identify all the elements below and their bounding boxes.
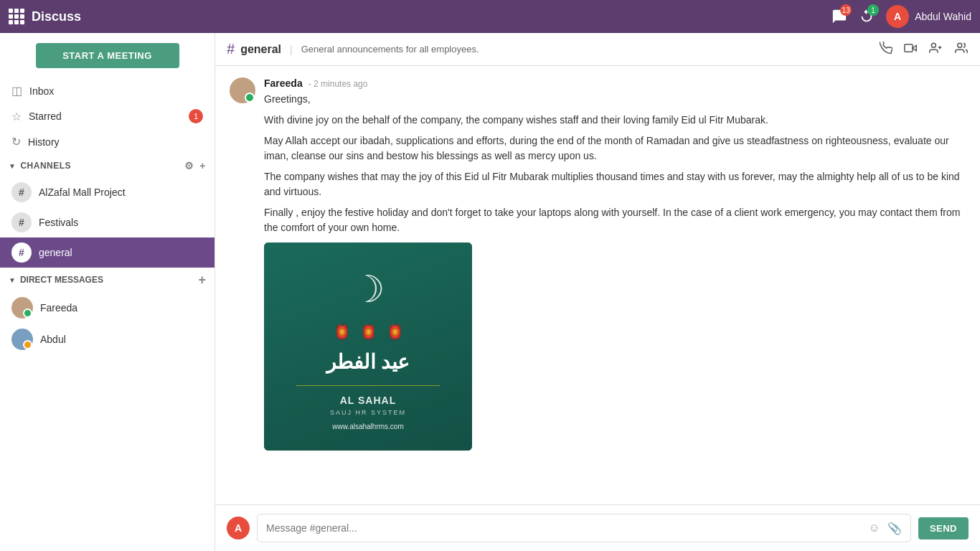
emoji-icon[interactable]: ☺ — [869, 522, 880, 534]
history-icon: ↻ — [11, 135, 21, 149]
direct-messages-section-header: ▼ DIRECT MESSAGES + — [0, 268, 215, 292]
channel-name: Festivals — [39, 217, 78, 228]
svg-rect-1 — [905, 44, 913, 52]
topbar-left: Discuss — [9, 9, 81, 24]
lantern-left-icon: 🏮 — [332, 320, 352, 344]
channel-hash-icon: # — [11, 242, 32, 263]
crescent-symbol: ☽ — [352, 261, 385, 317]
msg-p2: May Allah accept our ibadah, supplicatio… — [264, 133, 966, 164]
star-icon: ☆ — [11, 110, 22, 123]
user-initial: A — [886, 5, 909, 28]
sidebar: START A MEETING ◫ Inbox ☆ Starred 1 ↻ Hi… — [0, 33, 215, 551]
send-button[interactable]: SEND — [918, 517, 969, 540]
chat-header: # general | General announcements for al… — [215, 33, 980, 66]
svg-point-5 — [958, 43, 962, 47]
logo-subtitle: SAUJ HR SYSTEM — [330, 408, 406, 418]
dm-add-icon[interactable]: + — [198, 273, 206, 286]
dm-name: Fareeda — [40, 302, 77, 314]
video-icon[interactable] — [904, 42, 917, 57]
start-meeting-button[interactable]: START A MEETING — [36, 43, 179, 68]
grid-icon[interactable] — [9, 9, 24, 24]
eid-arabic-text: عيد الفطر — [326, 349, 410, 375]
al-sahal-logo: AL SAHAL SAUJ HR SYSTEM www.alsahalhrms.… — [330, 393, 406, 432]
abdul-avatar — [11, 329, 33, 350]
topbar: Discuss 13 1 A Abdul Wahid — [0, 0, 980, 33]
svg-point-2 — [931, 43, 936, 47]
chat-header-actions — [880, 42, 969, 57]
channel-item-general[interactable]: # general — [0, 237, 215, 268]
channels-header-actions: ⚙ + — [184, 160, 206, 171]
attachment-icon[interactable]: 📎 — [887, 522, 902, 535]
history-label: History — [28, 136, 60, 148]
activity-icon[interactable]: 1 — [859, 9, 875, 24]
message-author: Fareeda — [264, 77, 303, 89]
input-icons: ☺ 📎 — [869, 522, 902, 535]
message-input-wrapper: ☺ 📎 — [257, 514, 911, 542]
chat-channel-description: General announcements for all employees. — [301, 44, 479, 55]
eid-image-content: ☽ 🏮 🏮 🏮 عيد الفطر AL SAHAL — [264, 242, 472, 451]
user-avatar-topbar[interactable]: A Abdul Wahid — [886, 5, 971, 28]
starred-label: Starred — [29, 110, 62, 122]
lantern-center-icon: 🏮 — [359, 320, 378, 344]
svg-marker-0 — [913, 45, 916, 51]
main-layout: START A MEETING ◫ Inbox ☆ Starred 1 ↻ Hi… — [0, 33, 980, 551]
channel-hash-icon: # — [11, 182, 32, 202]
msg-greeting: Greetings, — [264, 92, 966, 107]
sidebar-item-starred[interactable]: ☆ Starred 1 — [0, 103, 215, 129]
channel-item-alzafal[interactable]: # AlZafal Mall Project — [0, 177, 215, 207]
message-body: Greetings, With divine joy on the behalf… — [264, 92, 966, 451]
channel-item-festivals[interactable]: # Festivals — [0, 207, 215, 237]
dm-chevron-icon[interactable]: ▼ — [9, 276, 16, 284]
chat-channel-name: general — [240, 43, 281, 56]
lantern-right-icon: 🏮 — [385, 320, 405, 344]
username-label: Abdul Wahid — [915, 11, 971, 22]
sidebar-item-history[interactable]: ↻ History — [0, 129, 215, 154]
activity-badge: 1 — [867, 4, 879, 16]
channels-add-icon[interactable]: + — [199, 160, 206, 171]
channel-hash-icon: # — [11, 212, 32, 232]
channels-section-header: ▼ CHANNELS ⚙ + — [0, 154, 215, 177]
sidebar-item-inbox[interactable]: ◫ Inbox — [0, 78, 215, 103]
channels-chevron-icon[interactable]: ▼ — [9, 162, 16, 170]
starred-badge: 1 — [189, 109, 203, 123]
app-title: Discuss — [32, 9, 81, 24]
dm-section-label: DIRECT MESSAGES — [20, 275, 103, 285]
dm-fareeda[interactable]: Fareeda — [0, 292, 215, 324]
phone-icon[interactable] — [880, 42, 892, 57]
channels-settings-icon[interactable]: ⚙ — [184, 160, 194, 171]
eid-divider — [296, 385, 440, 386]
topbar-right: 13 1 A Abdul Wahid — [831, 5, 971, 28]
channel-name: AlZafal Mall Project — [39, 187, 126, 198]
message-author-avatar — [230, 77, 255, 103]
messages-area: Fareeda - 2 minutes ago Greetings, With … — [215, 66, 980, 504]
lanterns-row: 🏮 🏮 🏮 — [332, 320, 405, 344]
fareeda-avatar — [11, 297, 33, 319]
msg-p1: With divine joy on the behalf of the com… — [264, 113, 966, 128]
channels-section-label: CHANNELS — [20, 161, 71, 171]
message-input-area: A ☺ 📎 SEND — [215, 504, 980, 551]
message-time: - 2 minutes ago — [308, 79, 368, 89]
chat-header-divider: | — [290, 44, 293, 55]
chat-hash-icon: # — [227, 41, 235, 57]
notifications-icon[interactable]: 13 — [831, 9, 847, 24]
msg-p4: Finally , enjoy the festive holiday and … — [264, 205, 966, 235]
notifications-badge: 13 — [840, 4, 852, 16]
inbox-label: Inbox — [29, 85, 54, 97]
add-member-icon[interactable] — [928, 42, 943, 57]
logo-url: www.alsahalhrms.com — [330, 421, 406, 432]
current-user-avatar: A — [227, 517, 250, 540]
dm-name: Abdul — [40, 334, 66, 345]
message-item: Fareeda - 2 minutes ago Greetings, With … — [230, 77, 966, 451]
msg-p3: The company wishes that may the joy of t… — [264, 169, 966, 199]
message-input[interactable] — [266, 522, 869, 534]
members-icon[interactable] — [954, 42, 969, 57]
dm-abdul[interactable]: Abdul — [0, 324, 215, 355]
logo-company-name: AL SAHAL — [330, 393, 406, 408]
eid-image: ☽ 🏮 🏮 🏮 عيد الفطر AL SAHAL — [264, 242, 472, 451]
chat-area: # general | General announcements for al… — [215, 33, 980, 551]
channel-name: general — [39, 247, 72, 258]
inbox-icon: ◫ — [11, 84, 22, 98]
message-header: Fareeda - 2 minutes ago — [264, 77, 966, 89]
message-content: Fareeda - 2 minutes ago Greetings, With … — [264, 77, 966, 451]
